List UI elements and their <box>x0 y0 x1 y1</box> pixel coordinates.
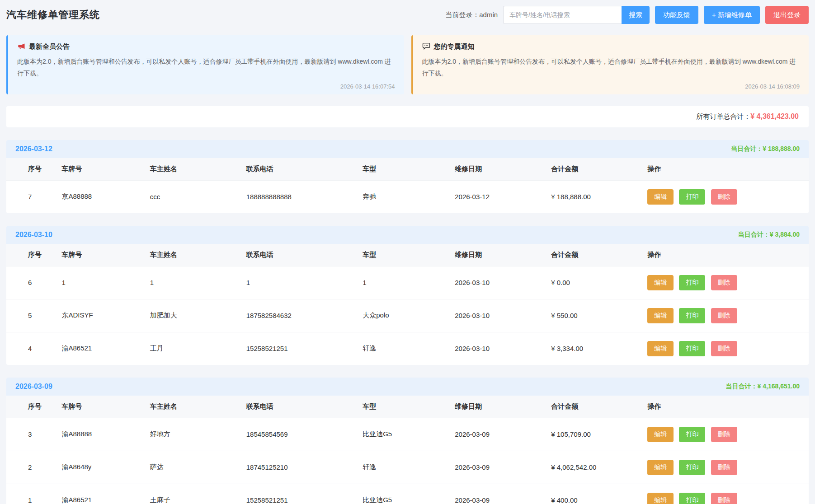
edit-button[interactable]: 编辑 <box>647 341 674 356</box>
search-input[interactable] <box>503 6 622 24</box>
add-repair-order-button[interactable]: + 新增维修单 <box>704 6 760 24</box>
personal-notice: 您的专属通知 此版本为2.0，新增后台账号管理和公告发布，可以私发个人账号，适合… <box>411 35 809 94</box>
col-repair-date: 维修日期 <box>448 158 544 181</box>
cell-amount: ¥ 3,334.00 <box>544 332 640 365</box>
delete-button[interactable]: 删除 <box>711 460 737 475</box>
cell-owner: 加肥加大 <box>143 299 239 332</box>
col-amount: 合计金额 <box>544 158 640 181</box>
delete-button[interactable]: 删除 <box>711 427 737 442</box>
col-repair-date: 维修日期 <box>448 396 544 418</box>
cell-phone: 18545854569 <box>239 418 355 451</box>
cell-repair-date: 2026-03-10 <box>448 299 544 332</box>
day-total-amount: ¥ 188,888.00 <box>763 145 800 152</box>
day-header: 2026-03-09 当日合计：¥ 4,168,651.00 <box>6 378 809 396</box>
cell-repair-date: 2026-03-10 <box>448 266 544 299</box>
edit-button[interactable]: 编辑 <box>647 427 674 442</box>
edit-button[interactable]: 编辑 <box>647 460 674 475</box>
print-button[interactable]: 打印 <box>679 308 705 323</box>
cell-owner: 王丹 <box>143 332 239 365</box>
cell-phone: 188888888888 <box>239 180 355 213</box>
cell-index: 4 <box>6 332 55 365</box>
delete-button[interactable]: 删除 <box>711 308 737 323</box>
cell-model: 比亚迪G5 <box>355 484 448 504</box>
col-index: 序号 <box>6 158 55 181</box>
col-phone: 联系电话 <box>239 396 355 418</box>
top-bar: 汽车维修单管理系统 当前登录：admin 搜索 功能反馈 + 新增维修单 退出登… <box>6 0 809 30</box>
table-row: 5 东ADISYF 加肥加大 187582584632 大众polo 2026-… <box>6 299 809 332</box>
cell-repair-date: 2026-03-12 <box>448 180 544 213</box>
col-actions: 操作 <box>640 396 809 418</box>
col-amount: 合计金额 <box>544 396 640 418</box>
grand-total-amount: ¥ 4,361,423.00 <box>750 112 799 120</box>
day-header: 2026-03-12 当日合计：¥ 188,888.00 <box>6 140 809 158</box>
col-phone: 联系电话 <box>239 158 355 181</box>
cell-model: 大众polo <box>355 299 448 332</box>
cell-actions: 编辑 打印 删除 <box>640 484 809 504</box>
announcement-notice: 最新全员公告 此版本为2.0，新增后台账号管理和公告发布，可以私发个人账号，适合… <box>6 35 404 94</box>
cell-plate: 渝A86521 <box>55 332 143 365</box>
cell-repair-date: 2026-03-10 <box>448 332 544 365</box>
chat-bubble-icon <box>422 42 430 51</box>
grand-total-bar: 所有订单总合计：¥ 4,361,423.00 <box>6 106 809 127</box>
col-actions: 操作 <box>640 244 809 266</box>
cell-plate: 京A88888 <box>55 180 143 213</box>
delete-button[interactable]: 删除 <box>711 189 737 205</box>
delete-button[interactable]: 删除 <box>711 493 737 504</box>
col-model: 车型 <box>355 396 448 418</box>
col-model: 车型 <box>355 244 448 266</box>
personal-timestamp: 2026-03-14 16:08:09 <box>422 83 800 90</box>
delete-button[interactable]: 删除 <box>711 275 737 290</box>
edit-button[interactable]: 编辑 <box>647 493 674 504</box>
cell-index: 7 <box>6 180 55 213</box>
search-button[interactable]: 搜索 <box>622 6 650 24</box>
current-login: 当前登录：admin <box>445 11 498 19</box>
edit-button[interactable]: 编辑 <box>647 308 674 323</box>
day-date: 2026-03-12 <box>15 145 52 153</box>
cell-owner: 好地方 <box>143 418 239 451</box>
table-header-row: 序号 车牌号 车主姓名 联系电话 车型 维修日期 合计金额 操作 <box>6 396 809 418</box>
feedback-button[interactable]: 功能反馈 <box>655 6 698 24</box>
cell-plate: 1 <box>55 266 143 299</box>
notices-row: 最新全员公告 此版本为2.0，新增后台账号管理和公告发布，可以私发个人账号，适合… <box>6 35 809 94</box>
announcement-timestamp: 2026-03-14 16:07:54 <box>17 83 395 90</box>
col-plate: 车牌号 <box>55 158 143 181</box>
orders-table: 序号 车牌号 车主姓名 联系电话 车型 维修日期 合计金额 操作 6 1 1 1… <box>6 244 809 365</box>
cell-actions: 编辑 打印 删除 <box>640 266 809 299</box>
edit-button[interactable]: 编辑 <box>647 275 674 290</box>
logout-button[interactable]: 退出登录 <box>765 6 809 24</box>
print-button[interactable]: 打印 <box>679 427 705 442</box>
cell-repair-date: 2026-03-09 <box>448 418 544 451</box>
table-row: 1 渝A86521 王麻子 15258521251 比亚迪G5 2026-03-… <box>6 484 809 504</box>
print-button[interactable]: 打印 <box>679 460 705 475</box>
col-model: 车型 <box>355 158 448 181</box>
orders-table: 序号 车牌号 车主姓名 联系电话 车型 维修日期 合计金额 操作 7 京A888… <box>6 158 809 213</box>
cell-owner: 王麻子 <box>143 484 239 504</box>
table-row: 6 1 1 1 1 2026-03-10 ¥ 0.00 编辑 打印 删除 <box>6 266 809 299</box>
print-button[interactable]: 打印 <box>679 493 705 504</box>
table-row: 3 渝A88888 好地方 18545854569 比亚迪G5 2026-03-… <box>6 418 809 451</box>
table-header-row: 序号 车牌号 车主姓名 联系电话 车型 维修日期 合计金额 操作 <box>6 158 809 181</box>
current-login-label: 当前登录： <box>445 11 479 19</box>
cell-actions: 编辑 打印 删除 <box>640 418 809 451</box>
cell-phone: 15258521251 <box>239 332 355 365</box>
print-button[interactable]: 打印 <box>679 275 705 290</box>
personal-title-row: 您的专属通知 <box>422 42 800 51</box>
grand-total-label: 所有订单总合计： <box>696 112 750 120</box>
cell-phone: 15258521251 <box>239 484 355 504</box>
delete-button[interactable]: 删除 <box>711 341 737 356</box>
cell-amount: ¥ 188,888.00 <box>544 180 640 213</box>
cell-actions: 编辑 打印 删除 <box>640 180 809 213</box>
col-actions: 操作 <box>640 158 809 181</box>
personal-body: 此版本为2.0，新增后台账号管理和公告发布，可以私发个人账号，适合修理厂员工带手… <box>422 56 800 79</box>
cell-phone: 187582584632 <box>239 299 355 332</box>
table-row: 4 渝A86521 王丹 15258521251 轩逸 2026-03-10 ¥… <box>6 332 809 365</box>
day-section: 2026-03-10 当日合计：¥ 3,884.00 序号 车牌号 车主姓名 联… <box>6 226 809 365</box>
cell-amount: ¥ 0.00 <box>544 266 640 299</box>
print-button[interactable]: 打印 <box>679 189 705 205</box>
edit-button[interactable]: 编辑 <box>647 189 674 205</box>
personal-title: 您的专属通知 <box>434 42 475 51</box>
cell-amount: ¥ 550.00 <box>544 299 640 332</box>
orders-table: 序号 车牌号 车主姓名 联系电话 车型 维修日期 合计金额 操作 3 渝A888… <box>6 396 809 504</box>
col-owner: 车主姓名 <box>143 396 239 418</box>
print-button[interactable]: 打印 <box>679 341 705 356</box>
